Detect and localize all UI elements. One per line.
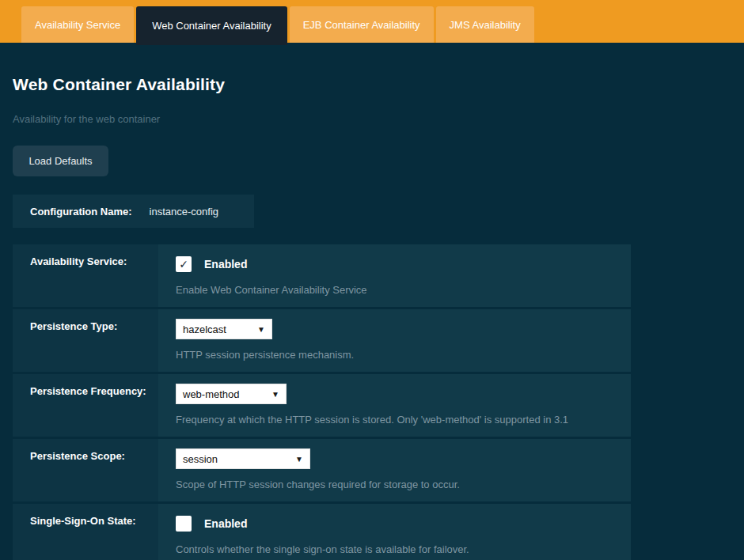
persistence-scope-select[interactable]: session ▼	[176, 448, 310, 469]
form-row-label: Persistence Type:	[13, 309, 158, 372]
form-row-content: web-method ▼ Frequency at which the HTTP…	[158, 374, 631, 437]
tab-label: EJB Container Availability	[303, 19, 420, 31]
form-row-content: session ▼ Scope of HTTP session changes …	[158, 439, 631, 501]
tab-label: Availability Service	[35, 19, 120, 31]
availability-form: Availability Service: ✓ Enabled Enable W…	[13, 244, 631, 560]
form-row-persistence-type: Persistence Type: hazelcast ▼ HTTP sessi…	[13, 309, 631, 374]
page-title: Web Container Availability	[13, 74, 731, 94]
form-row-control: hazelcast ▼	[176, 319, 613, 339]
chevron-down-icon: ▼	[295, 455, 303, 464]
persistence-frequency-select[interactable]: web-method ▼	[176, 384, 287, 404]
chevron-down-icon: ▼	[257, 325, 265, 334]
page-subtitle: Availability for the web container	[13, 113, 731, 126]
form-row-label: Persistence Scope:	[13, 439, 158, 501]
tab-availability-service[interactable]: Availability Service	[21, 6, 134, 43]
form-row-help-text: Enable Web Container Availability Servic…	[176, 284, 613, 297]
form-row-help-text: Controls whether the single sign-on stat…	[176, 543, 613, 556]
form-row-control: ✓ Enabled	[176, 513, 613, 534]
persistence-type-select[interactable]: hazelcast ▼	[176, 319, 272, 339]
form-row-content: ✓ Enabled Controls whether the single si…	[158, 504, 631, 560]
single-sign-on-state-checkbox[interactable]: ✓	[176, 516, 192, 532]
select-value: session	[183, 453, 218, 465]
checkbox-label: Enabled	[204, 258, 247, 271]
availability-service-checkbox[interactable]: ✓	[176, 256, 192, 272]
form-row-content: hazelcast ▼ HTTP session persistence mec…	[158, 309, 631, 372]
tab-label: Web Container Availability	[152, 20, 271, 32]
main-content: Web Container Availability Availability …	[0, 74, 744, 560]
checkbox-label: Enabled	[204, 517, 247, 530]
load-defaults-button[interactable]: Load Defaults	[13, 146, 108, 176]
tab-bar: Availability ServiceWeb Container Availa…	[0, 0, 744, 43]
form-row-single-sign-on-state: Single-Sign-On State: ✓ Enabled Controls…	[13, 504, 631, 560]
form-row-persistence-frequency: Persistence Frequency: web-method ▼ Freq…	[13, 374, 631, 439]
form-row-label: Single-Sign-On State:	[13, 504, 158, 560]
form-row-control: session ▼	[176, 448, 613, 469]
form-row-label: Persistence Frequency:	[13, 374, 158, 437]
tab-ejb-container-availability[interactable]: EJB Container Availability	[290, 6, 434, 43]
form-row-help-text: HTTP session persistence mechanism.	[176, 349, 613, 361]
configuration-name-panel: Configuration Name: instance-config	[13, 195, 254, 228]
form-row-help-text: Scope of HTTP session changes required f…	[176, 479, 613, 491]
select-value: hazelcast	[183, 324, 226, 335]
configuration-name-value: instance-config	[150, 206, 218, 218]
select-value: web-method	[183, 388, 240, 400]
tab-web-container-availability[interactable]: Web Container Availability	[136, 6, 287, 45]
chevron-down-icon: ▼	[271, 390, 279, 399]
form-row-control: web-method ▼	[176, 384, 613, 404]
tab-jms-availability[interactable]: JMS Availability	[436, 6, 534, 43]
checkbox-check-icon: ✓	[179, 259, 188, 270]
form-row-availability-service: Availability Service: ✓ Enabled Enable W…	[13, 244, 631, 309]
configuration-name-label: Configuration Name:	[30, 206, 132, 218]
tab-label: JMS Availability	[450, 19, 521, 31]
form-row-persistence-scope: Persistence Scope: session ▼ Scope of HT…	[13, 439, 631, 504]
form-row-label: Availability Service:	[13, 244, 158, 307]
form-row-content: ✓ Enabled Enable Web Container Availabil…	[158, 244, 631, 307]
form-row-control: ✓ Enabled	[176, 254, 613, 274]
form-row-help-text: Frequency at which the HTTP session is s…	[176, 414, 613, 426]
